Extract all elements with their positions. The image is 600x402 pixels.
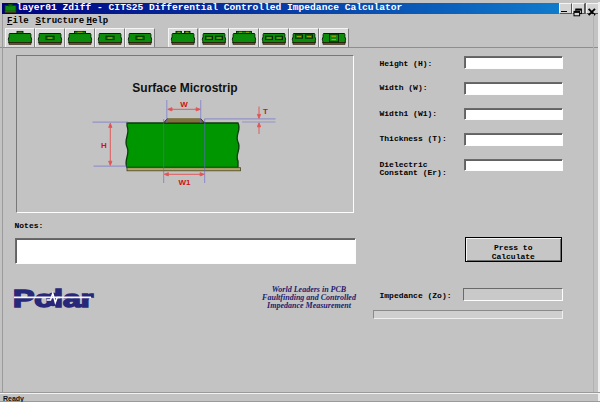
svg-text:T: T bbox=[263, 107, 268, 116]
svg-text:W: W bbox=[180, 100, 188, 109]
svg-text:H: H bbox=[101, 141, 107, 150]
svg-text:W1: W1 bbox=[179, 178, 192, 187]
svg-text:Surface Microstrip: Surface Microstrip bbox=[132, 81, 237, 95]
